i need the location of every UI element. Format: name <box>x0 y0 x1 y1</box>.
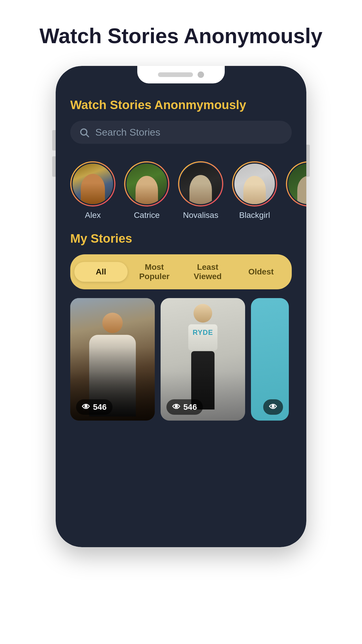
search-input-placeholder: Search Stories <box>95 127 160 138</box>
story-avatar-extra <box>287 162 306 205</box>
filter-all-button[interactable]: All <box>74 262 128 282</box>
story-avatar-blackgirl <box>233 162 276 205</box>
story-name-novalisas: Novalisas <box>183 211 218 220</box>
story-item-catrice[interactable]: Catrice <box>124 161 169 220</box>
filter-most-popular-button[interactable]: Most Populer <box>128 257 181 286</box>
story-card-2[interactable]: RYDE 👁 546 <box>161 298 245 421</box>
app-screen: Watch Stories Anonmymously Search Storie… <box>56 66 306 547</box>
app-header: Watch Stories Anonmymously Search Storie… <box>56 89 306 150</box>
phone-device: Watch Stories Anonmymously Search Storie… <box>56 66 306 562</box>
volume-down-button <box>52 156 56 177</box>
story-name-alex: Alex <box>85 211 101 220</box>
view-count-2: 👁 546 <box>166 399 203 415</box>
story-ring-alex <box>70 161 115 206</box>
phone-frame: Watch Stories Anonmymously Search Storie… <box>56 66 306 547</box>
power-button <box>306 145 310 177</box>
view-count-1: 👁 546 <box>76 399 113 415</box>
volume-up-button <box>52 130 56 150</box>
story-ring-catrice <box>124 161 169 206</box>
story-ring-extra <box>286 161 306 206</box>
story-ring-blackgirl <box>232 161 277 206</box>
story-avatar-catrice <box>125 162 168 205</box>
story-ring-novalisas <box>178 161 223 206</box>
story-avatar-novalisas <box>179 162 222 205</box>
eye-icon-3: 👁 <box>269 402 277 412</box>
phone-camera <box>198 71 204 78</box>
svg-line-1 <box>86 134 89 137</box>
story-item-extra[interactable] <box>286 161 306 220</box>
story-avatar-alex <box>71 162 114 205</box>
phone-notch <box>137 66 225 83</box>
search-bar[interactable]: Search Stories <box>70 121 292 144</box>
story-item-novalisas[interactable]: Novalisas <box>178 161 223 220</box>
app-title: Watch Stories Anonmymously <box>70 98 292 112</box>
phone-speaker <box>158 72 193 77</box>
story-item-blackgirl[interactable]: Blackgirl <box>232 161 277 220</box>
story-item-alex[interactable]: Alex <box>70 161 115 220</box>
filter-bar: All Most Populer Least Viewed Oldest <box>70 254 292 289</box>
view-count-3: 👁 <box>263 399 283 415</box>
page-main-title: Watch Stories Anonymously <box>22 23 340 48</box>
filter-oldest-button[interactable]: Oldest <box>234 262 288 282</box>
story-name-catrice: Catrice <box>134 211 160 220</box>
eye-icon-1: 👁 <box>82 402 90 412</box>
search-icon <box>79 127 89 138</box>
story-card-1[interactable]: 👁 546 <box>70 298 155 421</box>
eye-icon-2: 👁 <box>172 402 180 412</box>
filter-least-viewed-button[interactable]: Least Viewed <box>181 257 234 286</box>
my-stories-section: My Stories All Most Populer Least Viewed… <box>56 226 306 289</box>
story-name-blackgirl: Blackgirl <box>239 211 270 220</box>
my-stories-title: My Stories <box>70 232 292 246</box>
stories-row: Alex Catrice Novalisas <box>56 150 306 226</box>
story-card-3[interactable]: 👁 <box>251 298 289 421</box>
stories-grid: 👁 546 RYDE 👁 <box>56 289 306 432</box>
